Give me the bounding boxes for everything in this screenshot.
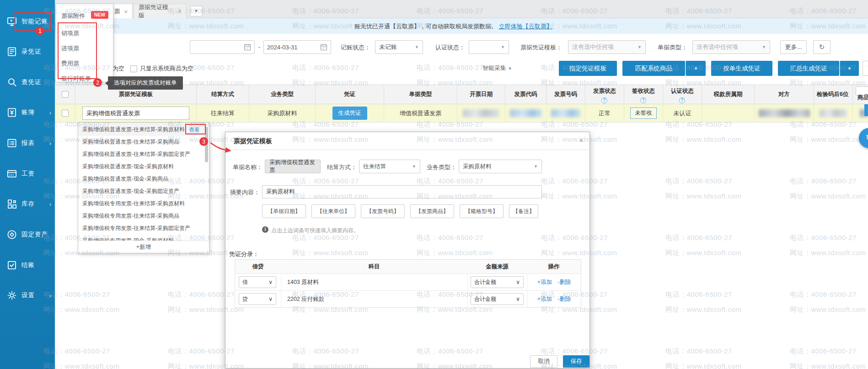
menu-item-4[interactable]: 银行对账单 [61,75,91,83]
cloud-invoice-link[interactable]: 立即体验【云取票】 [499,23,552,30]
cell-auth-status: 未认证 [663,104,702,122]
chevron-down-icon: ▼ [534,164,538,169]
summary-tag-button[interactable]: 【规格型号】 [460,204,504,218]
sidebar-item-voucher-entry[interactable]: 录凭证 [0,42,55,62]
refresh-button[interactable]: ↻ [813,40,830,54]
template-option[interactable]: 采购增值税普通发票-现金-采购固定资产 [78,185,205,198]
template-option[interactable]: 采购增值税专用发票-现金-采购原材料 [78,235,205,241]
tab-list-dropdown-button[interactable]: ▼ [190,6,202,16]
date-end-input[interactable]: 2024-03-31 [263,40,331,54]
sidebar-item-voucher-search[interactable]: 查凭证 [0,72,55,92]
settlement-select[interactable]: 往来结算▼ [359,160,420,173]
add-entry-link[interactable]: +添加 [537,295,552,303]
cell-doctype: 增值税普通发票 [384,104,457,122]
sidebar-item-label: 库存 [21,200,35,208]
template-filter-select[interactable]: 没有选中任何项▼ [568,40,646,54]
sidebar-item-report[interactable]: 报表› [0,133,55,153]
smart-collect-dropdown[interactable]: 智能采集 ▼ [482,64,512,72]
header-doctype: 单据类型 [384,85,457,104]
amount-source-select[interactable]: 合计金额∨ [471,276,524,288]
summary-tag-button[interactable]: 【往来单位】 [311,204,355,218]
more-actions-button[interactable]: 更多 [863,61,868,76]
select-all-checkbox[interactable] [62,91,69,98]
more-filters-button[interactable]: 更多... [780,40,807,54]
template-option[interactable]: 采购增值税普通发票-现金-采购商品 [78,173,205,185]
template-option[interactable]: 采购增值税专用发票-往来结算-采购原材料 [78,198,205,210]
amount-source-select[interactable]: 合计金额∨ [471,293,524,305]
sidebar-item-label: 固定资产 [21,230,48,239]
date-range-dash: - [258,43,260,50]
auth-status-select[interactable]: ▼ [469,40,509,54]
tab-close-icon[interactable]: × [178,8,182,15]
tab-close-icon[interactable]: × [124,8,128,15]
doc-name-label: 单据名称： [233,163,263,171]
summary-input[interactable] [262,185,542,198]
match-goods-button[interactable]: 匹配系统商品 [622,61,685,76]
sidebar-item-label: 工资 [21,170,35,178]
checkbox[interactable] [130,65,137,72]
menu-item-3[interactable]: 费用票 [61,59,79,68]
template-option[interactable]: 采购增值税普通发票-往来结算-采购商品 [78,136,205,148]
calendar-icon[interactable] [244,43,251,51]
voucher-entry-icon [6,46,18,58]
doctype-filter-select[interactable]: 没有选中任何项▼ [692,40,770,54]
entries-label: 凭证分录： [229,250,259,258]
close-icon[interactable]: × [579,136,583,144]
cell-business: 采购原材料 [249,104,316,122]
template-option[interactable]: 采购增值税普通发票-往来结算-采购原材料 [78,123,205,136]
sidebar-item-salary[interactable]: 工资 [0,164,55,184]
remove-entry-link[interactable]: -删除 [557,278,571,286]
sidebar-item-closing[interactable]: 结账 [0,255,55,275]
menu-item-1[interactable]: 销项票 [61,29,79,37]
cancel-button[interactable]: 取消 [530,355,557,368]
cell-sign-status: 未签收 [630,107,657,119]
date-start-input[interactable] [190,40,255,54]
add-entry-link[interactable]: +添加 [537,278,552,286]
row-template-input[interactable] [82,107,189,120]
business-select[interactable]: 采购原材料▼ [459,160,542,173]
header-invoice-code: 发票代码 [505,85,547,104]
menu-item-2[interactable]: 进项票 [61,44,79,53]
edge-blue-tab[interactable] [864,104,868,116]
help-icon[interactable]: ? [679,97,685,103]
assign-template-button[interactable]: 指定凭证模板 [559,61,617,76]
table-row[interactable]: 往来结算 采购原材料 生成凭证 增值税普通发票 正常 未签收 未认证 [55,104,868,123]
select-all-checkbox-cell [55,85,75,104]
tab-template[interactable]: 票据凭证模版 × [134,4,187,19]
subject-field[interactable]: 2202 应付账款 [281,291,467,307]
sidebar-item-smart-accounting[interactable]: 智能记账 [0,11,55,32]
summary-tag-button[interactable]: 【发票商品】 [410,204,454,218]
help-icon[interactable]: ? [640,97,646,103]
sidebar-item-ledger[interactable]: 账簿› [0,102,55,123]
template-option[interactable]: 采购增值税专用发票-往来结算-采购固定资产 [78,222,205,235]
row-checkbox[interactable] [62,110,69,117]
subject-field[interactable]: 1403 原材料 [281,274,467,290]
template-option[interactable]: 采购增值税普通发票-往来结算-采购固定资产 [78,148,205,160]
chevron-right-icon: › [49,201,51,208]
dc-select[interactable]: 贷∨ [239,293,276,305]
record-status-select[interactable]: 未记账▼ [375,40,423,54]
help-icon[interactable]: ? [601,97,607,103]
save-button[interactable]: 保存 [563,355,589,368]
header-invoice-status: 发票状态? [585,85,624,104]
header-settlement: 结算方式 [197,85,249,104]
generate-voucher-button[interactable]: 生成凭证 [332,107,367,120]
dc-select[interactable]: 借∨ [239,276,276,288]
sidebar-item-inventory[interactable]: 库存› [0,194,55,214]
summary-tag-button[interactable]: 【发票号码】 [361,204,405,218]
generate-summary-arrow-button[interactable]: ▼ [840,61,859,76]
template-option[interactable]: 采购增值税专用发票-往来结算-采购商品 [78,210,205,222]
view-template-link[interactable]: 查看 [189,126,200,134]
template-option[interactable]: 采购增值税普通发票-现金-采购原材料 [78,160,205,173]
sidebar-item-fixed-assets[interactable]: 固定资产 [0,225,55,245]
step2-badge: 2 [93,78,102,87]
summary-tag-button[interactable]: 【备注】 [509,204,538,218]
generate-summary-button[interactable]: 汇总生成凭证 [778,61,839,76]
generate-by-doc-button[interactable]: 按单生成凭证 [711,61,772,76]
sidebar-item-settings[interactable]: 设置› [0,285,55,305]
add-template-button[interactable]: +新增 [78,241,209,253]
summary-tag-button[interactable]: 【单据日期】 [262,204,306,218]
remove-entry-link[interactable]: -删除 [557,295,571,303]
calendar-icon[interactable] [320,43,327,51]
match-goods-arrow-button[interactable]: ▼ [686,61,706,76]
